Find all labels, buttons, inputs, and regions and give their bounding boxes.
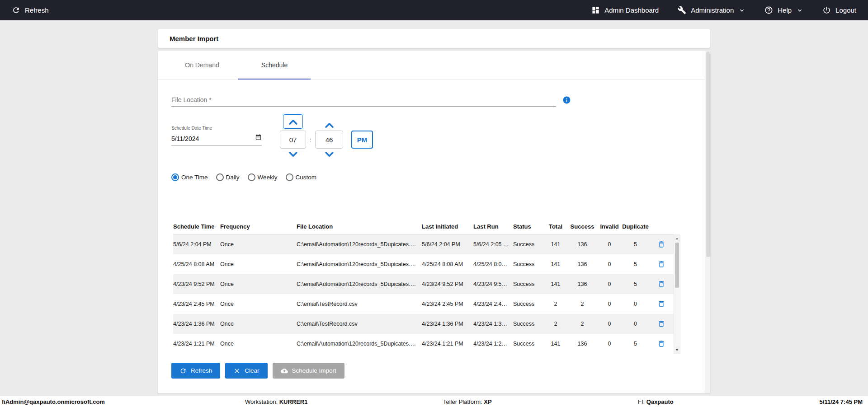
cell-last-run: 4/23/24 9:53 PM: [473, 281, 513, 287]
table-row: 4/23/24 1:21 PMOnceC:\email\Automation\1…: [173, 334, 674, 354]
trash-icon: [657, 240, 665, 248]
calendar-icon[interactable]: [255, 134, 262, 142]
cell-invalid: 0: [597, 301, 622, 307]
cell-status: Success: [513, 281, 543, 287]
cell-status: Success: [513, 301, 543, 307]
cell-schedule-time: 5/6/24 2:04 PM: [173, 241, 220, 248]
scrollbar-thumb[interactable]: [675, 243, 679, 288]
schedule-import-button[interactable]: Schedule Import: [273, 363, 344, 379]
help-label: Help: [778, 6, 792, 14]
minute-increment-button[interactable]: [324, 122, 335, 128]
help-menu[interactable]: Help: [764, 6, 803, 14]
logout-label: Logout: [835, 6, 856, 14]
schedule-tab-content: Schedule Date Time 5/11/2024: [158, 93, 710, 379]
refresh-icon: [179, 367, 187, 374]
clear-button[interactable]: Clear: [225, 363, 267, 379]
table-row: 4/23/24 9:52 PMOnceC:\email\Automation\1…: [173, 274, 674, 294]
cell-schedule-time: 4/23/24 9:52 PM: [173, 281, 220, 287]
column-header-last-run: Last Run: [473, 223, 513, 230]
refresh-button-label: Refresh: [191, 367, 212, 374]
trash-icon: [657, 320, 665, 328]
radio-circle-icon[interactable]: [286, 173, 293, 181]
status-footer: fiAdmin@qaxpauto.onmicrosoft.com Worksta…: [0, 396, 868, 407]
table-row: 4/23/24 2:45 PMOnceC:\email\TestRecord.c…: [173, 294, 674, 314]
cell-status: Success: [513, 241, 543, 248]
delete-row-button[interactable]: [649, 240, 674, 248]
scroll-up-arrow[interactable]: ▲: [674, 235, 680, 242]
frequency-radio-daily[interactable]: Daily: [216, 173, 240, 181]
cell-last-run: 4/25/24 8:09 AM: [473, 261, 513, 267]
delete-row-button[interactable]: [649, 280, 674, 288]
cell-duplicate: 5: [622, 341, 649, 347]
column-header-success: Success: [568, 223, 597, 230]
frequency-radio-one-time[interactable]: One Time: [171, 173, 208, 181]
cell-success: 136: [568, 241, 597, 248]
cell-status: Success: [513, 321, 543, 327]
panel-scrollbar-thumb[interactable]: [706, 51, 710, 257]
cell-frequency: Once: [220, 261, 297, 267]
cell-success: 136: [568, 281, 597, 287]
top-navigation-bar: Refresh Admin Dashboard Administration H…: [0, 0, 868, 20]
cell-last-initiated: 4/23/24 1:36 PM: [422, 321, 473, 327]
info-icon[interactable]: [562, 96, 571, 104]
cell-invalid: 0: [597, 241, 622, 248]
cell-total: 2: [543, 321, 568, 327]
logout-button[interactable]: Logout: [822, 6, 856, 14]
hour-decrement-button[interactable]: [288, 151, 298, 158]
radio-circle-icon[interactable]: [248, 173, 255, 181]
meridiem-toggle-button[interactable]: PM: [351, 131, 373, 149]
refresh-button[interactable]: Refresh: [171, 363, 220, 379]
cell-schedule-time: 4/23/24 2:45 PM: [173, 301, 220, 307]
frequency-radio-weekly[interactable]: Weekly: [248, 173, 278, 181]
delete-row-button[interactable]: [649, 340, 674, 348]
admin-dashboard-nav[interactable]: Admin Dashboard: [591, 6, 659, 14]
teller-platform-info: Teller Platform: XP: [443, 398, 492, 405]
administration-label: Administration: [691, 6, 734, 14]
cell-invalid: 0: [597, 261, 622, 267]
logged-in-user: fiAdmin@qaxpauto.onmicrosoft.com: [2, 398, 105, 405]
chevron-down-icon: [324, 151, 335, 158]
delete-row-button[interactable]: [649, 300, 674, 308]
radio-circle-icon[interactable]: [216, 173, 224, 181]
cell-last-initiated: 4/23/24 2:45 PM: [422, 301, 473, 307]
member-import-panel: On Demand Schedule Schedule Date Time 5/…: [158, 51, 710, 393]
date-input[interactable]: 5/11/2024: [171, 131, 262, 145]
panel-scrollbar[interactable]: [705, 51, 710, 393]
minute-decrement-button[interactable]: [324, 151, 335, 158]
cell-status: Success: [513, 261, 543, 267]
scrollbar-track[interactable]: [674, 242, 680, 346]
file-location-input[interactable]: [171, 93, 556, 107]
cell-file-location: C:\email\Automation\120records_5Dupicate…: [297, 281, 422, 287]
cell-invalid: 0: [597, 341, 622, 347]
hour-increment-button[interactable]: [283, 114, 303, 129]
refresh-icon: [12, 6, 20, 14]
administration-menu[interactable]: Administration: [678, 6, 745, 14]
tab-schedule[interactable]: Schedule: [238, 51, 311, 79]
cell-duplicate: 5: [622, 281, 649, 287]
delete-row-button[interactable]: [649, 320, 674, 328]
column-header-file-location: File Location: [297, 223, 422, 230]
hour-input[interactable]: 07: [280, 131, 306, 149]
tab-on-demand[interactable]: On Demand: [166, 51, 238, 79]
schedule-table-body: 5/6/24 2:04 PMOnceC:\email\Automation\12…: [173, 234, 674, 354]
delete-row-button[interactable]: [649, 260, 674, 268]
column-header-duplicate: Duplicate: [622, 223, 649, 230]
fi-info: FI: Qaxpauto: [638, 398, 674, 405]
fi-value: Qaxpauto: [646, 398, 674, 405]
column-header-last-initiated: Last Initiated: [422, 223, 473, 230]
cell-last-run: 5/6/24 2:05 PM: [473, 241, 513, 248]
time-spinner: 07 : 46 PM: [280, 114, 373, 163]
cell-file-location: C:\email\TestRecord.csv: [297, 301, 422, 307]
radio-circle-icon[interactable]: [171, 173, 179, 181]
table-scrollbar[interactable]: ▲ ▼: [674, 234, 680, 354]
frequency-radio-custom[interactable]: Custom: [286, 173, 317, 181]
minute-input[interactable]: 46: [315, 131, 343, 149]
scroll-down-arrow[interactable]: ▼: [674, 346, 680, 353]
cell-schedule-time: 4/25/24 8:08 AM: [173, 261, 220, 267]
cell-last-initiated: 5/6/24 2:04 PM: [422, 241, 473, 248]
power-icon: [822, 6, 831, 14]
schedule-import-button-label: Schedule Import: [292, 367, 336, 374]
refresh-nav-label: Refresh: [25, 6, 49, 14]
refresh-nav-button[interactable]: Refresh: [12, 6, 49, 14]
schedule-datetime-row: Schedule Date Time 5/11/2024: [171, 114, 710, 163]
